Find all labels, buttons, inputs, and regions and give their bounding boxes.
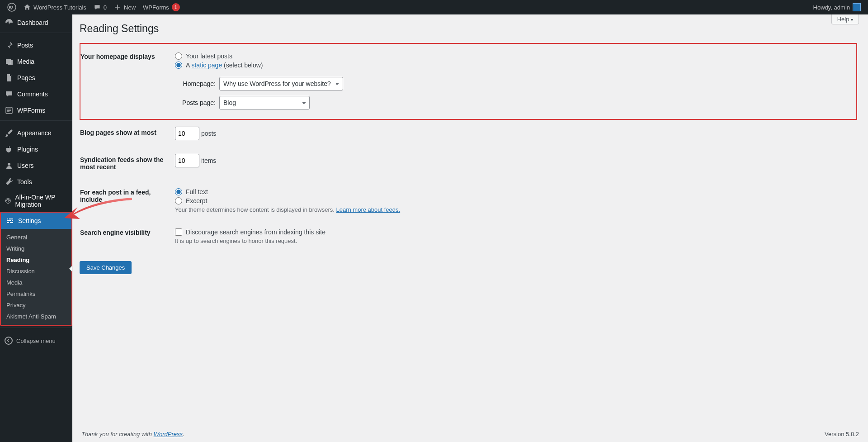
radio-fulltext[interactable]	[175, 188, 182, 195]
save-button[interactable]: Save Changes	[80, 261, 132, 274]
new-label: New	[124, 4, 136, 11]
feeds-th: Syndication feeds show the most recent	[80, 147, 170, 180]
seo-th: Search engine visibility	[80, 220, 170, 251]
admin-sidebar: Dashboard Posts Media Pages Comments WPF…	[0, 14, 72, 442]
footer-thanks: Thank you for creating with WordPress.	[81, 431, 184, 437]
avatar	[853, 3, 861, 11]
feeds-input[interactable]	[175, 154, 199, 167]
radio-fulltext-label: Full text	[186, 188, 208, 195]
learn-feeds-link[interactable]: Learn more about feeds.	[336, 206, 400, 213]
feedcontent-th: For each post in a feed, include	[80, 180, 170, 220]
radio-latest-posts[interactable]	[175, 52, 182, 60]
feedcontent-desc: Your theme determines how content is dis…	[175, 206, 852, 213]
comments-link[interactable]: 0	[90, 0, 110, 14]
collapse-icon	[5, 337, 13, 345]
sliders-icon	[5, 216, 14, 225]
menu-posts[interactable]: Posts	[0, 37, 72, 53]
radio-excerpt-label: Excerpt	[186, 197, 207, 204]
comment-icon	[5, 90, 14, 99]
homepage-select[interactable]: Why use WordPress for your website?	[219, 77, 343, 90]
svg-point-2	[8, 163, 10, 166]
tools-icon	[5, 177, 14, 186]
wp-logo[interactable]	[4, 0, 20, 14]
menu-aio-migration[interactable]: All-in-One WP Migration	[0, 190, 72, 212]
wpforms-badge: 1	[172, 3, 180, 11]
submenu-reading[interactable]: Reading	[1, 254, 71, 266]
comments-count: 0	[104, 4, 107, 11]
menu-users[interactable]: Users	[0, 157, 72, 174]
menu-pages[interactable]: Pages	[0, 70, 72, 86]
pin-icon	[5, 41, 14, 50]
my-account[interactable]: Howdy, admin	[810, 0, 864, 14]
menu-wpforms[interactable]: WPForms	[0, 102, 72, 119]
submenu-akismet[interactable]: Akismet Anti-Spam	[1, 311, 71, 322]
radio-latest-posts-label: Your latest posts	[186, 52, 232, 60]
static-page-link[interactable]: static page	[191, 62, 222, 69]
migrate-icon	[5, 196, 12, 205]
menu-settings-group: Settings General Writing Reading Discuss…	[0, 212, 72, 326]
dashboard-icon	[5, 18, 14, 27]
radio-static-page-label: A static page (select below)	[186, 62, 263, 69]
menu-settings[interactable]: Settings	[1, 213, 71, 229]
submenu-privacy[interactable]: Privacy	[1, 299, 71, 311]
plus-icon	[114, 4, 121, 11]
admin-bar: WordPress Tutorials 0 New WPForms 1 Howd…	[0, 0, 868, 14]
collapse-menu[interactable]: Collapse menu	[0, 332, 72, 349]
help-tab[interactable]: Help ▾	[831, 14, 859, 24]
footer-version: Version 5.8.2	[825, 431, 859, 437]
new-content[interactable]: New	[110, 0, 139, 14]
submenu-general[interactable]: General	[1, 232, 71, 243]
menu-comments[interactable]: Comments	[0, 86, 72, 102]
wordpress-icon	[7, 3, 16, 12]
plugin-icon	[5, 145, 14, 154]
media-icon	[5, 57, 14, 66]
home-icon	[24, 4, 31, 11]
main: Help ▾ Reading Settings Your homepage di…	[72, 0, 868, 442]
site-name-text: WordPress Tutorials	[33, 4, 86, 11]
page-title: Reading Settings	[80, 23, 857, 35]
comment-icon	[94, 4, 101, 11]
menu-tools[interactable]: Tools	[0, 174, 72, 190]
radio-excerpt[interactable]	[175, 197, 182, 204]
postspage-select[interactable]: Blog	[219, 96, 310, 109]
howdy-text: Howdy, admin	[813, 4, 850, 11]
submenu-writing[interactable]: Writing	[1, 243, 71, 254]
settings-submenu: General Writing Reading Discussion Media…	[1, 229, 71, 325]
brush-icon	[5, 128, 14, 138]
wpforms-label: WPForms	[143, 4, 169, 11]
page-icon	[5, 73, 14, 82]
radio-static-page[interactable]	[175, 62, 182, 69]
submenu-permalinks[interactable]: Permalinks	[1, 288, 71, 299]
submenu-discussion[interactable]: Discussion	[1, 266, 71, 277]
user-icon	[5, 161, 14, 170]
blogpages-th: Blog pages show at most	[80, 119, 170, 147]
seo-checkbox-label: Discourage search engines from indexing …	[186, 228, 326, 236]
chevron-down-icon: ▾	[851, 17, 853, 22]
footer: Thank you for creating with WordPress. V…	[72, 426, 868, 442]
footer-wp-link[interactable]: WordPress	[154, 431, 183, 437]
feeds-unit: items	[201, 157, 216, 164]
settings-form: Your homepage displays Your latest posts…	[80, 43, 857, 251]
form-icon	[5, 106, 14, 115]
menu-media[interactable]: Media	[0, 53, 72, 70]
seo-checkbox[interactable]	[175, 228, 182, 236]
svg-point-3	[5, 199, 10, 204]
submenu-media[interactable]: Media	[1, 277, 71, 288]
menu-dashboard[interactable]: Dashboard	[0, 14, 72, 31]
homepage-th: Your homepage displays	[80, 43, 170, 119]
site-name[interactable]: WordPress Tutorials	[20, 0, 90, 14]
menu-plugins[interactable]: Plugins	[0, 141, 72, 157]
homepage-select-label: Homepage:	[175, 80, 216, 87]
postspage-select-label: Posts page:	[175, 99, 216, 106]
blogpages-unit: posts	[201, 130, 216, 137]
blogpages-input[interactable]	[175, 127, 199, 140]
seo-desc: It is up to search engines to honor this…	[175, 238, 852, 244]
menu-appearance[interactable]: Appearance	[0, 125, 72, 141]
wpforms-link[interactable]: WPForms 1	[139, 0, 184, 14]
